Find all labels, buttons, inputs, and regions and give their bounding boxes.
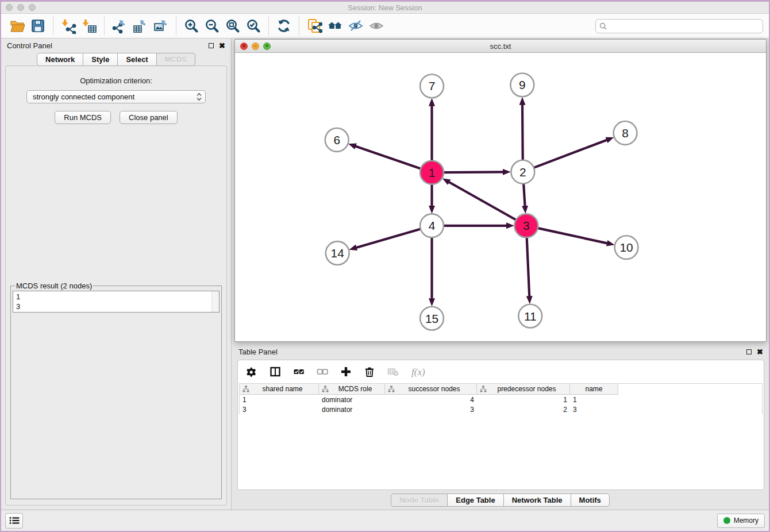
edge-2-9[interactable] [522, 105, 523, 161]
edge-3-1[interactable] [449, 182, 517, 221]
table-tab-motifs[interactable]: Motifs [571, 494, 610, 507]
save-session-button[interactable] [28, 16, 48, 36]
zoom-in-button[interactable] [181, 16, 202, 36]
control-panel-title: Control Panel [7, 41, 52, 50]
table-panel-title: Table Panel [238, 348, 278, 356]
table-settings-button[interactable] [246, 366, 257, 377]
select-all-rows-icon [293, 366, 305, 377]
table-row-2[interactable]: 3dominator323 [240, 404, 762, 414]
graph-node-15[interactable]: 15 [420, 307, 444, 330]
edge-3-11[interactable] [527, 236, 530, 296]
cell-name[interactable]: 3 [570, 404, 618, 414]
column-header-MCDS-role[interactable]: MCDS role [319, 384, 385, 395]
graph-node-1[interactable]: 1 [420, 161, 444, 184]
delete-table-icon [387, 366, 399, 377]
mcds-panel: Optimization criterion: strongly connect… [5, 65, 227, 506]
graph-node-3[interactable]: 3 [514, 214, 538, 237]
delete-column-button[interactable] [364, 366, 375, 377]
cell-MCDS-role[interactable]: dominator [319, 404, 385, 414]
search-box[interactable] [595, 19, 763, 33]
close-panel-button[interactable]: Close panel [120, 111, 178, 124]
edge-2-8[interactable] [533, 140, 607, 168]
edge-1-6[interactable] [356, 147, 422, 169]
graph-node-10[interactable]: 10 [615, 236, 638, 259]
column-header-name[interactable]: name [570, 384, 618, 395]
graph-node-14[interactable]: 14 [326, 241, 349, 265]
memory-button[interactable]: Memory [717, 514, 765, 528]
result-scrollbar[interactable] [211, 291, 219, 312]
mcds-result-title: MCDS result (2 nodes) [15, 282, 93, 290]
tab-mcds[interactable]: MCDS [157, 53, 195, 66]
zoom-fit-button[interactable] [222, 16, 243, 36]
tab-style[interactable]: Style [83, 53, 118, 66]
cell-name[interactable]: 1 [570, 395, 618, 404]
graph-node-2[interactable]: 2 [511, 160, 534, 184]
network-canvas[interactable]: 7968124314101511 [235, 53, 766, 341]
close-table-panel-icon[interactable]: ✖ [757, 348, 763, 356]
mcds-result-node: 3 [16, 302, 216, 311]
cell-MCDS-role[interactable]: dominator [319, 395, 385, 404]
float-table-panel-icon[interactable] [746, 349, 752, 354]
memory-label: Memory [734, 516, 759, 525]
graph-node-6[interactable]: 6 [325, 128, 349, 152]
cell-shared-name[interactable]: 1 [240, 395, 319, 404]
select-all-rows-button[interactable] [293, 366, 305, 377]
svg-text:10: 10 [619, 241, 633, 254]
svg-text:2: 2 [519, 165, 526, 179]
edge-4-14[interactable] [356, 229, 422, 248]
svg-text:6: 6 [333, 133, 340, 147]
open-file-button[interactable] [7, 16, 28, 36]
function-builder-button: f(x) [411, 366, 430, 377]
edge-3-10[interactable] [537, 228, 607, 244]
column-header-shared-name[interactable]: shared name [240, 384, 319, 395]
graph-node-9[interactable]: 9 [510, 73, 534, 97]
table-tab-node-table[interactable]: Node Table [391, 494, 448, 507]
graph-node-4[interactable]: 4 [420, 214, 444, 237]
column-type-icon [322, 385, 329, 392]
export-image-button[interactable] [151, 16, 171, 36]
cell-shared-name[interactable]: 3 [240, 404, 319, 414]
graph-node-7[interactable]: 7 [420, 74, 444, 98]
run-mcds-button[interactable]: Run MCDS [55, 111, 111, 124]
table-tab-network-table[interactable]: Network Table [504, 494, 571, 507]
graph-node-11[interactable]: 11 [518, 304, 542, 328]
mcds-result-fieldset: MCDS result (2 nodes) 13 [10, 282, 222, 499]
export-table-button[interactable] [130, 16, 151, 36]
column-header-successor-nodes[interactable]: successor nodes [385, 384, 477, 395]
cell-successor-nodes[interactable]: 4 [385, 395, 477, 404]
cell-successor-nodes[interactable]: 3 [385, 404, 477, 414]
task-history-button[interactable] [5, 513, 23, 529]
column-header-predecessor-nodes[interactable]: predecessor nodes [477, 384, 570, 395]
table-empty-area [238, 414, 764, 489]
import-network-button[interactable] [58, 16, 79, 36]
export-network-button[interactable] [109, 16, 130, 36]
tab-select[interactable]: Select [118, 53, 156, 66]
open-cyndex-button[interactable] [325, 16, 345, 36]
tab-network[interactable]: Network [37, 53, 83, 66]
table-row-1[interactable]: 1dominator411 [240, 395, 762, 404]
delete-column-icon [364, 366, 375, 377]
close-panel-icon[interactable]: ✖ [219, 42, 225, 49]
table-tab-edge-table[interactable]: Edge Table [448, 494, 503, 507]
hide-panel-button[interactable] [345, 16, 366, 36]
zoom-selected-button[interactable] [243, 16, 264, 36]
import-table-button[interactable] [79, 16, 99, 36]
column-layout-button[interactable] [270, 366, 281, 377]
float-panel-icon[interactable] [209, 43, 214, 48]
optimization-select[interactable]: strongly connected component [26, 90, 206, 103]
svg-text:7: 7 [429, 79, 436, 92]
add-column-button[interactable] [340, 366, 352, 377]
search-input[interactable] [609, 22, 759, 30]
edge-1-2[interactable] [442, 172, 503, 172]
svg-text:8: 8 [622, 126, 629, 140]
cell-predecessor-nodes[interactable]: 1 [477, 395, 570, 404]
deselect-all-rows-button[interactable] [317, 366, 328, 377]
graph-node-8[interactable]: 8 [614, 121, 637, 145]
duplicate-network-button[interactable] [304, 16, 325, 36]
zoom-out-button[interactable] [202, 16, 222, 36]
edge-2-3[interactable] [523, 183, 525, 206]
optimization-value: strongly connected component [33, 92, 134, 101]
refresh-button[interactable] [274, 16, 294, 36]
table-panel: Table Panel ✖ f(x) shared nameMCDS roles… [232, 342, 769, 510]
cell-predecessor-nodes[interactable]: 2 [477, 404, 570, 414]
